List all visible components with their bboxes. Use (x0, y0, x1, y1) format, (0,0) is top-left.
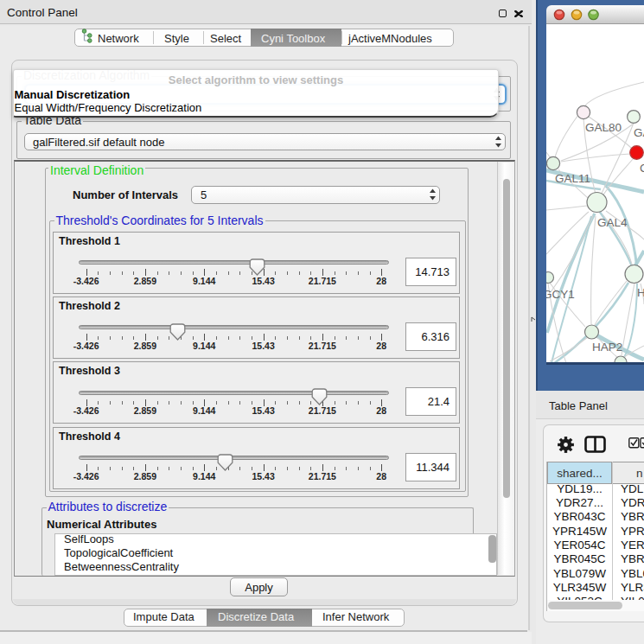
svg-text:GAL11: GAL11 (555, 172, 590, 185)
svg-text:GCY1: GCY1 (546, 288, 575, 301)
svg-text:CY: CY (640, 162, 644, 175)
svg-text:GAL80: GAL80 (585, 121, 622, 134)
svg-text:GA: GA (634, 126, 644, 139)
svg-text:H: H (637, 286, 644, 299)
svg-text:HAP2: HAP2 (592, 341, 622, 354)
svg-text:GAL4: GAL4 (597, 216, 628, 229)
